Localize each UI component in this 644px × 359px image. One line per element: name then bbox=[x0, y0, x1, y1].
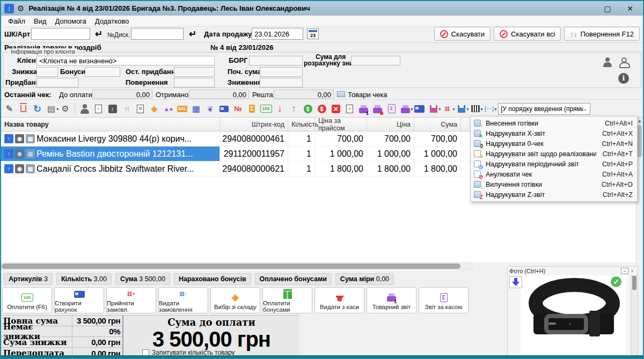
change-label: Решта bbox=[252, 91, 273, 99]
cancel-all-button[interactable]: Скасувати всі bbox=[494, 27, 561, 41]
user-icon[interactable] bbox=[78, 102, 91, 115]
size-sxl-icon[interactable]: SXL bbox=[176, 102, 188, 115]
report-clipboard-icon[interactable]: Σ bbox=[385, 102, 398, 115]
print-calendar-icon[interactable] bbox=[371, 102, 384, 115]
last-check-label: Останній чек: bbox=[4, 91, 51, 99]
col-price-list[interactable]: Ціна за прайсом bbox=[315, 118, 367, 131]
print-receipt-icon[interactable]: 1 bbox=[357, 102, 370, 115]
arrow-up-green-icon[interactable]: ↑ bbox=[288, 102, 300, 115]
shapes-icon[interactable]: ▲● bbox=[162, 102, 174, 115]
col-name[interactable]: Назва товару bbox=[1, 118, 220, 131]
table-view-icon[interactable]: ▦ bbox=[190, 102, 202, 115]
doc-add-icon[interactable]: + bbox=[92, 102, 105, 115]
save-menu-icon[interactable]: ▼ bbox=[427, 102, 440, 115]
row-print-icon[interactable]: ▤ bbox=[26, 149, 35, 158]
goods-report-button[interactable]: 1 Товарний звіт bbox=[367, 287, 416, 313]
pay-bonuses-button[interactable]: Оплатити бонусами bbox=[262, 287, 312, 313]
doc-star-icon[interactable]: ★ bbox=[343, 102, 356, 115]
menu-item-cash-out[interactable]: ↓ Вилучення готівки Ctrl+Alt+O bbox=[471, 179, 637, 189]
photo-expand-icon[interactable]: › bbox=[628, 268, 636, 274]
stock-pick-button[interactable]: ◆ Вибір зі складу bbox=[210, 287, 260, 313]
cash-in-icon: ↑ bbox=[473, 119, 482, 127]
col-sum[interactable]: Сума bbox=[414, 118, 461, 131]
menu-extra[interactable]: Додатково bbox=[91, 16, 133, 26]
number-icon[interactable]: № bbox=[232, 102, 244, 115]
printer-menu-icon[interactable]: ▼ bbox=[399, 102, 412, 115]
cancel-button[interactable]: Скасувати bbox=[434, 27, 491, 41]
menu-item-periodic-report[interactable]: ◷ Надрукувати періодичний звіт Ctrl+Alt+… bbox=[471, 159, 637, 169]
cash-withdraw-button[interactable]: Видати з каси bbox=[314, 287, 364, 313]
client-field[interactable]: <Клієнта не визначено> bbox=[36, 56, 215, 65]
barcode-menu-icon[interactable]: ▼ bbox=[469, 102, 481, 115]
client-clear-icon[interactable] bbox=[618, 57, 629, 68]
sale-date-input[interactable]: 23.01.2026 bbox=[252, 28, 303, 40]
id-card-icon[interactable] bbox=[413, 102, 426, 115]
doc-settings-icon[interactable]: ⚙ bbox=[134, 102, 147, 115]
arrow-down-red-icon[interactable]: ↓ bbox=[274, 102, 286, 115]
row-camera-icon[interactable]: ◉ bbox=[15, 134, 24, 143]
row-up-icon[interactable]: ↑ bbox=[4, 149, 13, 158]
disk-menu-icon[interactable]: ▼ bbox=[455, 102, 467, 115]
photo-scrollbar[interactable] bbox=[631, 275, 638, 357]
menu-item-goods-report[interactable]: ≡ Надрукувати звіт щодо реалізованих тов… bbox=[471, 149, 637, 159]
maximize-button[interactable]: ▢ bbox=[602, 4, 613, 13]
delete-icon[interactable] bbox=[17, 102, 30, 115]
row-print-icon[interactable]: ▤ bbox=[26, 164, 35, 173]
stock-layers-icon[interactable]: ◆ bbox=[148, 102, 160, 115]
row-print-icon[interactable]: ▤ bbox=[26, 134, 35, 143]
menu-help[interactable]: Допомога bbox=[52, 16, 90, 26]
money-out-icon[interactable]: $ bbox=[316, 102, 328, 115]
col-barcode[interactable]: Штрих-код bbox=[220, 118, 288, 131]
issue-order-button[interactable]: ⌗↑ Видати замовлення bbox=[158, 287, 208, 313]
menu-item-z-report[interactable]: Z Надрукувати Z-звіт Ctrl+Alt+Z bbox=[471, 189, 637, 200]
pay-button[interactable]: 100 Оплатити (F6) bbox=[2, 287, 52, 313]
z-report-icon: Z bbox=[473, 191, 482, 199]
create-invoice-button[interactable]: Створити рахунок bbox=[54, 287, 104, 313]
refresh-icon[interactable]: ↻ bbox=[31, 102, 43, 115]
cash-report-button[interactable]: Σ Звіт за касою bbox=[419, 287, 469, 313]
calendar-icon[interactable]: 23 bbox=[307, 28, 319, 39]
wrench-icon[interactable]: ⚙ bbox=[59, 102, 71, 115]
status-bar: Артикулів 3 Кількість 3,00 Сума 3 500,00… bbox=[1, 273, 394, 285]
photo-download-icon[interactable] bbox=[509, 276, 522, 288]
table-horizontal-scrollbar[interactable] bbox=[1, 262, 472, 269]
menu-item-x-report[interactable]: ✕ Надрукувати X-звіт Ctrl+Alt+X bbox=[471, 128, 637, 138]
sort-order-select[interactable]: [У порядку введення (прямий)] ⌄ bbox=[498, 103, 590, 115]
col-qty[interactable]: Кількість bbox=[288, 118, 315, 131]
edit-icon[interactable]: ✎ bbox=[3, 102, 16, 115]
disc-input[interactable] bbox=[131, 28, 184, 40]
cart-menu-icon[interactable]: ⌗▼ bbox=[441, 102, 453, 115]
menu-item-cash-in[interactable]: ↑ Внесення готівки Ctrl+Alt+I bbox=[471, 118, 637, 128]
accept-order-button[interactable]: ⌗+ Прийняти замовл. bbox=[106, 287, 156, 313]
sort-arrows-icon[interactable]: ↑↑ bbox=[120, 102, 133, 115]
settings-gear-icon[interactable]: ⚙ bbox=[17, 4, 24, 13]
client-select-icon[interactable] bbox=[602, 57, 613, 68]
cancel-box-icon[interactable]: ✕ bbox=[330, 102, 342, 115]
menu-file[interactable]: Файл bbox=[4, 16, 29, 26]
row-up-icon[interactable]: ↑ bbox=[4, 164, 13, 173]
more-menu-icon[interactable]: [⋯]▼ bbox=[483, 102, 495, 115]
photo-panel-title: Фото (Ctrl+H) bbox=[509, 268, 545, 274]
menu-item-annul-check[interactable]: ⊘ Анулювати чек Ctrl+Alt+A bbox=[471, 169, 637, 179]
upload-icon[interactable]: ↑ bbox=[106, 102, 119, 115]
banknote-100-icon[interactable]: 100 bbox=[260, 102, 272, 115]
close-button[interactable]: ✕ bbox=[625, 4, 635, 13]
menu-view[interactable]: Вид bbox=[30, 16, 50, 26]
bonuses-label: Бонуси bbox=[60, 68, 85, 76]
row-up-icon[interactable]: ↑ bbox=[4, 134, 13, 143]
cash-out-icon: ↓ bbox=[473, 180, 482, 188]
client-add-info-icon[interactable]: i bbox=[618, 73, 629, 84]
photo-minimize-button[interactable]: – bbox=[621, 268, 628, 274]
return-button[interactable]: ↑↓ Повернення F12 bbox=[564, 27, 640, 41]
row-camera-icon[interactable]: ◉ bbox=[15, 149, 24, 158]
sku-input[interactable] bbox=[31, 28, 90, 40]
payment-card-icon[interactable] bbox=[218, 102, 230, 115]
sum-sigma-icon[interactable]: Σ bbox=[246, 102, 258, 115]
menu-item-zero-check[interactable]: 0 Надрукувати 0-чек Ctrl+Alt+N bbox=[471, 138, 637, 149]
row-camera-icon[interactable]: ◉ bbox=[15, 164, 24, 173]
money-in-icon[interactable]: $ bbox=[302, 102, 314, 115]
col-price[interactable]: Ціна bbox=[367, 118, 414, 131]
paste-menu-icon[interactable]: ▤▼ bbox=[45, 102, 57, 115]
photo-ok-icon[interactable]: ✓ bbox=[610, 275, 623, 288]
handshake-icon[interactable]: ❦ bbox=[204, 102, 216, 115]
